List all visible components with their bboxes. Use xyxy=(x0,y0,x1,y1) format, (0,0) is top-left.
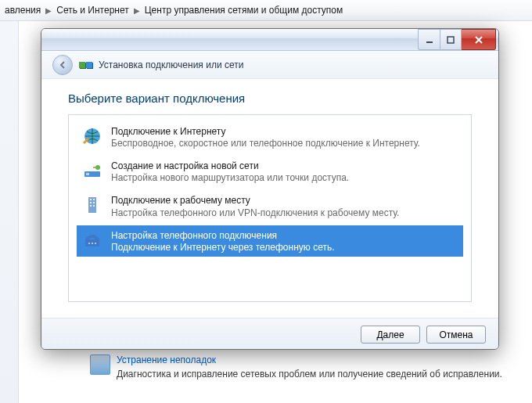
svg-rect-1 xyxy=(448,37,454,43)
option-title: Создание и настройка новой сети xyxy=(111,160,349,172)
option-title: Подключение к Интернету xyxy=(111,125,420,138)
wizard-footer: Далее Отмена xyxy=(41,318,498,350)
breadcrumb-bar[interactable]: авления ▶ Сеть и Интернет ▶ Центр управл… xyxy=(0,0,532,21)
svg-point-16 xyxy=(95,243,96,244)
svg-rect-8 xyxy=(93,199,95,200)
chevron-right-icon: ▶ xyxy=(45,6,52,15)
router-icon xyxy=(81,160,103,182)
breadcrumb-part: Центр управления сетями и общим доступом xyxy=(145,5,343,16)
left-pane xyxy=(0,21,19,403)
svg-rect-9 xyxy=(90,202,92,203)
svg-point-5 xyxy=(95,165,100,170)
option-title: Подключение к рабочему месту xyxy=(111,194,399,207)
troubleshoot-description: Диагностика и исправление сетевых пробле… xyxy=(117,365,502,380)
troubleshoot-icon xyxy=(90,354,110,375)
svg-rect-11 xyxy=(90,205,92,207)
connection-wizard-dialog: Установка подключения или сети Выберите … xyxy=(41,28,499,350)
svg-rect-10 xyxy=(93,202,95,203)
svg-rect-4 xyxy=(86,173,89,175)
breadcrumb-part: Сеть и Интернет xyxy=(56,5,128,16)
wizard-content: Выберите вариант подключения Подключение… xyxy=(41,79,498,318)
option-list: Подключение к Интернету Беспроводное, ск… xyxy=(68,114,472,302)
globe-icon xyxy=(81,125,103,147)
svg-point-15 xyxy=(92,243,93,244)
breadcrumb-part: авления xyxy=(5,5,41,16)
option-subtitle: Беспроводное, скоростное или телефонное … xyxy=(111,138,420,149)
back-button[interactable] xyxy=(52,55,73,75)
office-icon xyxy=(81,194,103,216)
svg-rect-7 xyxy=(90,199,92,200)
minimize-button[interactable] xyxy=(418,29,440,50)
cancel-button[interactable]: Отмена xyxy=(426,326,486,344)
maximize-button[interactable] xyxy=(440,29,462,50)
prompt-heading: Выберите вариант подключения xyxy=(41,79,498,114)
next-button[interactable]: Далее xyxy=(361,326,420,344)
svg-rect-0 xyxy=(426,41,433,43)
phone-icon xyxy=(81,229,103,251)
option-subtitle: Настройка нового маршрутизатора или точк… xyxy=(111,172,349,183)
option-workplace[interactable]: Подключение к рабочему месту Настройка т… xyxy=(77,190,463,221)
option-internet[interactable]: Подключение к Интернету Беспроводное, ск… xyxy=(77,121,463,153)
wizard-icon xyxy=(79,62,92,68)
option-title: Настройка телефонного подключения xyxy=(111,229,335,242)
close-button[interactable] xyxy=(462,29,496,50)
chevron-right-icon: ▶ xyxy=(134,6,140,15)
option-dialup[interactable]: Настройка телефонного подключения Подклю… xyxy=(77,225,463,257)
troubleshoot-section: Устранение неполадок Диагностика и испра… xyxy=(90,354,502,380)
svg-rect-12 xyxy=(93,205,95,207)
option-subtitle: Подключение к Интернету через телефонную… xyxy=(111,242,335,253)
option-subtitle: Настройка телефонного или VPN-подключени… xyxy=(111,207,399,218)
svg-rect-6 xyxy=(88,197,96,213)
wizard-header: Установка подключения или сети xyxy=(41,51,498,79)
wizard-title: Установка подключения или сети xyxy=(99,59,243,70)
option-new-network[interactable]: Создание и настройка новой сети Настройк… xyxy=(77,156,463,187)
title-bar[interactable] xyxy=(41,29,498,51)
troubleshoot-link[interactable]: Устранение неполадок xyxy=(117,354,216,365)
svg-point-14 xyxy=(88,243,90,244)
